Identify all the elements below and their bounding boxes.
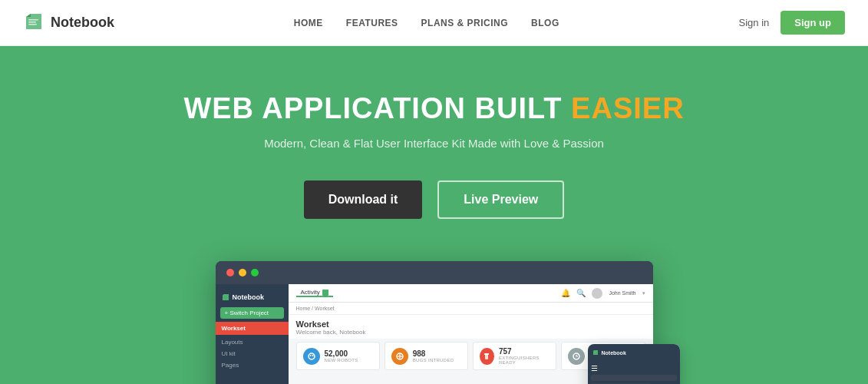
stat-info-1: 988 BUGS INTRUDED <box>413 349 454 362</box>
nav-features[interactable]: FEATURES <box>346 18 398 28</box>
svg-rect-8 <box>484 353 489 355</box>
stat-card-1: 988 BUGS INTRUDED <box>384 342 468 370</box>
robot-icon <box>307 352 316 361</box>
topbar-tabs: Activity <box>296 289 333 297</box>
live-preview-button[interactable]: Live Preview <box>437 180 564 219</box>
stat-number-1: 988 <box>413 349 454 358</box>
window-dot-green <box>251 269 259 276</box>
svg-rect-0 <box>28 19 38 21</box>
sidebar-logo: Notebook <box>216 290 289 307</box>
auth-section: Sign in Sign up <box>739 11 845 35</box>
stat-icon-3 <box>568 348 585 365</box>
brand-name: Notebook <box>51 15 114 31</box>
hero-subtitle: Modern, Clean & Flat User Interface Kit … <box>264 137 604 150</box>
window-dot-red <box>226 269 234 276</box>
breadcrumb-text: Home / Workset <box>296 306 335 311</box>
hero-title-middle: BUILT <box>475 92 572 124</box>
sidebar-add-button: + Switch Project <box>220 307 284 319</box>
search-icon: 🔍 <box>576 289 586 297</box>
stat-icon-0 <box>303 348 320 365</box>
notebook-icon <box>23 12 45 34</box>
topbar-right: 🔔 🔍 John Smith ▾ <box>561 288 645 299</box>
hero-title: WEB APPLICATION BUILT EASIER <box>183 92 684 125</box>
sidebar-item-label: UI kit <box>222 350 236 357</box>
sidebar-item-layouts: Layouts <box>216 336 289 348</box>
hero-title-prefix: WEB APPLICATION <box>183 92 466 124</box>
download-button[interactable]: Download it <box>304 180 423 219</box>
timer-icon <box>572 352 581 361</box>
nav-plans-pricing[interactable]: PLANS & PRICING <box>421 18 509 28</box>
mobile-logo-icon <box>592 349 599 356</box>
stat-icon-2 <box>480 348 494 365</box>
sidebar-logo-text: Notebook <box>233 293 265 301</box>
window-dot-yellow <box>239 269 246 276</box>
brand-logo[interactable]: Notebook <box>23 12 114 34</box>
stat-info-2: 757 EXTINGUISHERS READY <box>499 347 550 365</box>
stat-number-0: 52,000 <box>325 349 358 358</box>
hero-section: WEB APPLICATION BUILT EASIER Modern, Cle… <box>0 46 868 384</box>
avatar <box>592 288 602 299</box>
svg-point-3 <box>309 353 315 359</box>
tab-activity-label: Activity <box>301 289 320 296</box>
svg-point-4 <box>309 355 311 356</box>
mobile-content-bar-1 <box>591 375 677 381</box>
user-name: John Smith <box>609 290 635 296</box>
svg-rect-2 <box>28 24 37 25</box>
svg-rect-7 <box>485 354 488 359</box>
svg-point-5 <box>312 355 313 356</box>
hero-title-highlight: EASIER <box>571 92 684 124</box>
stat-card-2: 757 EXTINGUISHERS READY <box>473 342 556 370</box>
stat-number-2: 757 <box>499 347 550 356</box>
signin-link[interactable]: Sign in <box>739 17 770 28</box>
sidebar-item-label: Pages <box>222 362 239 369</box>
hero-buttons: Download it Live Preview <box>304 180 565 219</box>
mobile-menu-icon: ☰ <box>591 364 677 372</box>
sidebar-active-item: Workset <box>216 322 289 335</box>
navbar: Notebook HOME FEATURES PLANS & PRICING B… <box>0 0 868 46</box>
tab-activity: Activity <box>296 289 333 297</box>
app-topbar: Activity 🔔 🔍 John Smith ▾ <box>289 284 653 303</box>
stat-label-0: NEW ROBOTS <box>325 358 358 362</box>
app-sidebar: Notebook + Switch Project Workset Layout… <box>216 284 289 384</box>
bug-icon <box>395 352 404 361</box>
mobile-titlebar: Notebook <box>588 344 680 361</box>
nav-home[interactable]: HOME <box>294 18 323 28</box>
stat-info-0: 52,000 NEW ROBOTS <box>325 349 358 362</box>
stat-label-2: EXTINGUISHERS READY <box>499 356 550 365</box>
sidebar-item-label: Layouts <box>222 339 243 346</box>
workset-header: Workset Welcome back, Notebook <box>289 315 653 339</box>
mobile-content: ☰ <box>588 361 680 384</box>
tab-badge <box>322 290 328 296</box>
svg-rect-1 <box>28 22 36 23</box>
nav-blog[interactable]: BLOG <box>531 18 559 28</box>
sidebar-active-label: Workset <box>222 325 246 332</box>
workset-title: Workset <box>296 319 645 329</box>
stat-icon-1 <box>391 348 408 365</box>
main-nav: HOME FEATURES PLANS & PRICING BLOG <box>294 18 559 28</box>
breadcrumb: Home / Workset <box>289 303 653 315</box>
extinguisher-icon <box>482 352 491 361</box>
notification-icon: 🔔 <box>561 289 570 297</box>
stat-card-0: 52,000 NEW ROBOTS <box>296 342 380 370</box>
stat-label-1: BUGS INTRUDED <box>413 358 454 362</box>
workset-subtitle: Welcome back, Notebook <box>296 329 645 336</box>
dropdown-icon: ▾ <box>642 290 645 296</box>
mobile-logo-text: Notebook <box>602 350 626 356</box>
mobile-mockup: Notebook ☰ <box>588 344 680 384</box>
sidebar-logo-icon <box>222 293 229 301</box>
sidebar-add-label: + Switch Project <box>225 310 269 316</box>
signup-button[interactable]: Sign up <box>781 11 845 35</box>
browser-titlebar <box>216 261 653 284</box>
sidebar-item-pages: Pages <box>216 359 289 371</box>
sidebar-item-uikit: UI kit <box>216 348 289 359</box>
